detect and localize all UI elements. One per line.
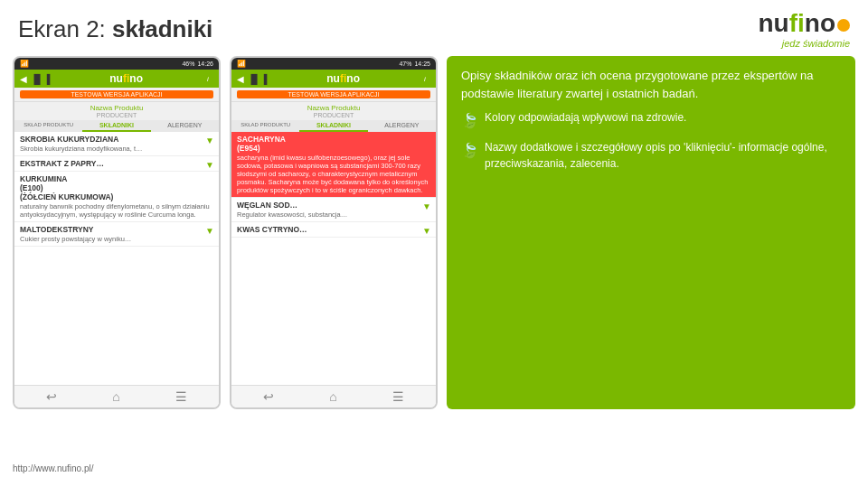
phone2-ingredient-1-desc: sacharyna (imid kwasu sulfobenzoesowego)…: [237, 154, 430, 194]
phone2-back-nav-icon[interactable]: ↩: [263, 389, 274, 404]
phone1-body: SKROBIA KUKURYDZIANA Skrobia kukurydzian…: [14, 132, 219, 385]
phone2-tab-1[interactable]: SKŁADNIKI: [299, 120, 367, 132]
phone-mockup-2: 📶 47% 14:25 ◀ ▐▌▐ nufino i TESTOWA WERSJ…: [230, 56, 438, 409]
logo-tagline: jedz świadomie: [782, 38, 850, 49]
phone1-tab-0[interactable]: SKŁAD PRODUKTU: [14, 120, 82, 132]
phone2-info-icon[interactable]: i: [420, 73, 430, 84]
phone2-product-label: Nazwa Produktu: [235, 104, 432, 112]
phone2-app-bar: TESTOWA WERSJA APLIKACJI: [231, 88, 436, 102]
page-footer: http://www.nufino.pl/: [13, 463, 94, 473]
phone1-nav-bar: ◀ ▐▌▐ nufino i: [14, 70, 219, 88]
page-title: Ekran 2: składniki: [18, 15, 212, 43]
phone1-info-icon[interactable]: i: [203, 73, 213, 84]
logo: nufino: [758, 9, 850, 38]
phone1-bottom-bar: ↩ ⌂ ☰: [14, 385, 219, 407]
phone1-status-icons: 46% 14:26: [182, 61, 213, 67]
phone1-time: 14:26: [197, 61, 213, 67]
phone1-ingredient-2[interactable]: EKSTRAKT Z PAPRY… ▼: [14, 156, 219, 172]
phone1-product-label: Nazwa Produktu: [18, 104, 215, 112]
phone1-ingredient-3[interactable]: KURKUMINA(E100)(ŻÓŁCIEŃ KURKUMOWA) natur…: [14, 172, 219, 222]
info-box-bullet-2: 🍃 Nazwy dodatkowe i szczegółowy opis po …: [461, 139, 841, 172]
phone1-test-label: TESTOWA WERSJA APLIKACJI: [20, 90, 213, 98]
phone1-ingredient-3-desc: naturalny barwnik pochodny difenylometan…: [20, 202, 213, 219]
phone1-tabs: SKŁAD PRODUKTU SKŁADNIKI ALERGENY: [14, 120, 219, 132]
phone1-ingredient-4-name: MALTODEKSTRYNY: [20, 225, 213, 234]
phone1-ingredient-3-name: KURKUMINA(E100)(ŻÓŁCIEŃ KURKUMOWA): [20, 174, 213, 201]
phone2-bottom-bar: ↩ ⌂ ☰: [231, 385, 436, 407]
phone1-back-nav-icon[interactable]: ↩: [46, 389, 57, 404]
phone2-battery: 47%: [399, 61, 411, 67]
phone2-status-icons: 47% 14:25: [399, 61, 430, 67]
main-content: 📶 46% 14:26 ◀ ▐▌▐ nufino i TESTOWA WERSJ…: [0, 56, 868, 409]
phone2-ingredient-3-chevron: ▼: [422, 226, 431, 236]
phone2-producer-label: PRODUCENT: [235, 112, 432, 118]
phone1-product-name: Nazwa Produktu PRODUCENT: [14, 102, 219, 120]
phone2-ingredient-1[interactable]: SACHARYNA(E954) sacharyna (imid kwasu su…: [231, 132, 436, 198]
logo-nu: nu: [758, 9, 788, 37]
phone2-ingredient-3-name: KWAS CYTRYNO…: [237, 225, 430, 234]
page-header: Ekran 2: składniki nufino jedz świadomie: [0, 0, 868, 52]
leaf-icon-1: 🍃: [461, 110, 479, 132]
logo-circle-icon: [837, 19, 850, 32]
phone2-ingredient-2-desc: Regulator kwasowości, substancja…: [237, 210, 430, 219]
phone2-menu-icon[interactable]: ☰: [392, 389, 404, 404]
info-box: Opisy składników oraz ich ocena przygoto…: [447, 56, 855, 409]
phone1-ingredient-2-chevron: ▼: [205, 160, 214, 170]
phone1-ingredient-1-desc: Skrobia kukurydziana modyfikowana, t…: [20, 145, 213, 153]
phone2-barcode-icon: ▐▌▐: [248, 74, 267, 84]
info-box-bullet-1: 🍃 Kolory odpowiadają wpływowi na zdrowie…: [461, 109, 841, 132]
phone1-status-bar: 📶 46% 14:26: [14, 58, 219, 70]
phone1-ingredient-4[interactable]: MALTODEKSTRYNY Cukier prosty powstający …: [14, 222, 219, 247]
phone2-product-name: Nazwa Produktu PRODUCENT: [231, 102, 436, 120]
phone2-ingredient-2[interactable]: WĘGLAN SOD… Regulator kwasowości, substa…: [231, 198, 436, 222]
phone1-tab-1[interactable]: SKŁADNIKI: [82, 120, 150, 132]
phone1-home-icon[interactable]: ⌂: [112, 389, 119, 404]
phone2-ingredient-1-name: SACHARYNA(E954): [237, 135, 430, 153]
phone1-ingredient-1-name: SKROBIA KUKURYDZIANA: [20, 135, 213, 144]
logo-no: no: [805, 9, 835, 37]
phone2-nav-bar: ◀ ▐▌▐ nufino i: [231, 70, 436, 88]
phone2-signal-icon: 📶: [237, 60, 246, 68]
footer-url: http://www.nufino.pl/: [13, 463, 94, 473]
phone1-producer-label: PRODUCENT: [18, 112, 215, 118]
phone1-ingredient-1-chevron: ▼: [205, 136, 214, 145]
phone1-logo: nufino: [53, 72, 199, 85]
phone2-status-bar: 📶 47% 14:25: [231, 58, 436, 70]
phone2-time: 14:25: [414, 61, 430, 67]
phone2-tab-0[interactable]: SKŁAD PRODUKTU: [231, 120, 299, 132]
phone2-tabs: SKŁAD PRODUKTU SKŁADNIKI ALERGENY: [231, 120, 436, 132]
info-box-main-text: Opisy składników oraz ich ocena przygoto…: [461, 67, 841, 102]
phone1-back-button[interactable]: ◀: [20, 74, 27, 84]
info-box-bullet-2-text: Nazwy dodatkowe i szczegółowy opis po 'k…: [485, 139, 841, 172]
logo-fi: fi: [789, 9, 805, 37]
phone2-body: SACHARYNA(E954) sacharyna (imid kwasu su…: [231, 132, 436, 385]
logo-area: nufino jedz świadomie: [758, 9, 850, 49]
phone2-ingredient-2-name: WĘGLAN SOD…: [237, 201, 430, 210]
phone1-signal-icon: 📶: [20, 60, 29, 68]
phone2-tab-2[interactable]: ALERGENY: [368, 120, 436, 132]
info-box-bullet-1-text: Kolory odpowiadają wpływowi na zdrowie.: [485, 109, 686, 126]
phone1-ingredient-2-name: EKSTRAKT Z PAPRY…: [20, 159, 213, 168]
phone2-ingredient-3[interactable]: KWAS CYTRYNO… ▼: [231, 222, 436, 238]
phone1-app-bar: TESTOWA WERSJA APLIKACJI: [14, 88, 219, 102]
phone1-ingredient-4-chevron: ▼: [205, 226, 214, 236]
phone2-logo: nufino: [270, 72, 416, 85]
phone1-tab-2[interactable]: ALERGENY: [151, 120, 219, 132]
phone1-battery: 46%: [182, 61, 194, 67]
phone2-test-label: TESTOWA WERSJA APLIKACJI: [237, 90, 430, 98]
phone2-ingredient-2-chevron: ▼: [422, 201, 431, 211]
phone2-back-button[interactable]: ◀: [237, 74, 244, 84]
phone1-barcode-icon: ▐▌▐: [31, 74, 50, 84]
phone1-ingredient-4-desc: Cukier prosty powstający w wyniku…: [20, 235, 213, 243]
phone-mockup-1: 📶 46% 14:26 ◀ ▐▌▐ nufino i TESTOWA WERSJ…: [13, 56, 221, 409]
phone1-menu-icon[interactable]: ☰: [175, 389, 187, 404]
phone2-home-icon[interactable]: ⌂: [329, 389, 336, 404]
leaf-icon-2: 🍃: [461, 140, 479, 162]
phone1-ingredient-1[interactable]: SKROBIA KUKURYDZIANA Skrobia kukurydzian…: [14, 132, 219, 156]
